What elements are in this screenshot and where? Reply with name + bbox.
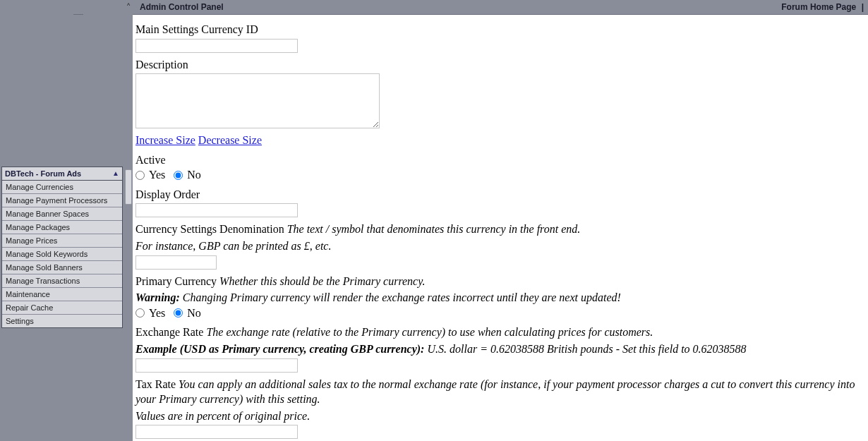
denomination-label: Currency Settings Denomination bbox=[135, 223, 284, 235]
form-body: Main Settings Currency ID Description In… bbox=[133, 15, 868, 441]
active-yes-option[interactable]: Yes bbox=[135, 169, 165, 181]
sidebar-block: DBTech - Forum Ads ▲ Manage Currencies M… bbox=[1, 167, 123, 328]
denomination-line: Currency Settings Denomination The text … bbox=[135, 222, 865, 237]
sidebar-decoration: — bbox=[73, 8, 83, 19]
exchange-rate-help: The exchange rate (relative to the Prima… bbox=[206, 326, 653, 338]
resize-links: Increase Size Decrease Size bbox=[135, 133, 865, 148]
sidebar-item-manage-payment-processors[interactable]: Manage Payment Processors bbox=[2, 194, 122, 207]
denomination-input[interactable] bbox=[135, 255, 217, 270]
header-divider: | bbox=[862, 2, 864, 12]
primary-warning-bold: Warning: bbox=[135, 291, 180, 303]
sidebar-item-manage-transactions[interactable]: Manage Transactions bbox=[2, 274, 122, 288]
active-radio-group: Yes No bbox=[135, 169, 865, 183]
field-currency-id: Main Settings Currency ID bbox=[135, 22, 865, 53]
sidebar-item-repair-cache[interactable]: Repair Cache bbox=[2, 301, 122, 315]
exchange-line: Exchange Rate The exchange rate (relativ… bbox=[135, 325, 865, 340]
sidebar-item-manage-prices[interactable]: Manage Prices bbox=[2, 234, 122, 248]
primary-yes-radio[interactable] bbox=[135, 308, 145, 318]
forum-home-link[interactable]: Forum Home Page bbox=[781, 2, 856, 12]
collapse-icon[interactable]: ▲ bbox=[112, 170, 119, 177]
primary-warning-line: Warning: Changing Primary currency will … bbox=[135, 290, 865, 306]
field-denomination: Currency Settings Denomination The text … bbox=[135, 222, 865, 269]
main-header: Admin Control Panel Forum Home Page | bbox=[133, 0, 868, 15]
primary-no-radio[interactable] bbox=[174, 308, 183, 318]
primary-radio-group: Yes No bbox=[135, 307, 865, 321]
primary-yes-label: Yes bbox=[149, 307, 165, 320]
active-no-label: No bbox=[187, 169, 201, 181]
description-textarea[interactable] bbox=[135, 73, 380, 128]
field-tax-rate: Tax Rate You can apply an additional sal… bbox=[135, 377, 865, 440]
exchange-example-line: Example (USD as Primary currency, creati… bbox=[135, 342, 865, 357]
primary-no-label: No bbox=[187, 307, 201, 320]
field-exchange-rate: Exchange Rate The exchange rate (relativ… bbox=[135, 325, 865, 372]
primary-help: Whether this should be the Primary curre… bbox=[219, 275, 425, 287]
primary-no-option[interactable]: No bbox=[174, 307, 201, 320]
denomination-help: The text / symbol that denominates this … bbox=[287, 223, 581, 235]
display-order-label: Display Order bbox=[135, 187, 865, 203]
tax-rate-help2: Values are in percent of original price. bbox=[135, 409, 865, 424]
page-title: Admin Control Panel bbox=[140, 2, 224, 12]
decrease-size-link[interactable]: Decrease Size bbox=[198, 134, 262, 146]
primary-label: Primary Currency bbox=[135, 275, 217, 287]
collapse-arrow-icon[interactable]: ^ bbox=[127, 2, 130, 9]
tax-rate-help: You can apply an additional sales tax to… bbox=[135, 378, 855, 406]
sidebar-item-manage-packages[interactable]: Manage Packages bbox=[2, 221, 122, 234]
exchange-rate-label: Exchange Rate bbox=[135, 326, 203, 338]
sidebar-item-manage-sold-keywords[interactable]: Manage Sold Keywords bbox=[2, 248, 122, 261]
sidebar-item-settings[interactable]: Settings bbox=[2, 315, 122, 327]
tax-rate-label: Tax Rate bbox=[135, 378, 176, 390]
main-panel: Admin Control Panel Forum Home Page | Ma… bbox=[133, 0, 868, 441]
sidebar-item-maintenance[interactable]: Maintenance bbox=[2, 288, 122, 301]
tax-line: Tax Rate You can apply an additional sal… bbox=[135, 377, 865, 407]
sidebar-item-manage-currencies[interactable]: Manage Currencies bbox=[2, 181, 122, 194]
splitter: ^ bbox=[124, 0, 133, 441]
active-yes-radio[interactable] bbox=[135, 171, 145, 180]
denomination-help2: For instance, GBP can be printed as £, e… bbox=[135, 238, 865, 254]
sidebar-item-manage-sold-banners[interactable]: Manage Sold Banners bbox=[2, 261, 122, 274]
app-root: — DBTech - Forum Ads ▲ Manage Currencies… bbox=[0, 0, 868, 441]
sidebar-list: Manage Currencies Manage Payment Process… bbox=[2, 181, 122, 327]
field-primary-currency: Primary Currency Whether this should be … bbox=[135, 274, 865, 321]
header-right: Forum Home Page | bbox=[781, 2, 864, 12]
display-order-input[interactable] bbox=[135, 203, 298, 217]
splitter-handle[interactable] bbox=[125, 169, 132, 205]
active-no-radio[interactable] bbox=[174, 171, 183, 180]
primary-line: Primary Currency Whether this should be … bbox=[135, 274, 865, 289]
sidebar-item-manage-banner-spaces[interactable]: Manage Banner Spaces bbox=[2, 207, 122, 221]
currency-id-label: Main Settings Currency ID bbox=[135, 22, 865, 37]
sidebar-top-space: — bbox=[1, 1, 123, 167]
primary-yes-option[interactable]: Yes bbox=[135, 307, 165, 320]
field-active: Active Yes No bbox=[135, 152, 865, 183]
exchange-example-bold: Example (USD as Primary currency, creati… bbox=[135, 343, 424, 355]
active-yes-label: Yes bbox=[149, 169, 165, 181]
field-description: Description Increase Size Decrease Size bbox=[135, 57, 865, 148]
description-label: Description bbox=[135, 57, 865, 73]
field-display-order: Display Order bbox=[135, 187, 865, 218]
exchange-rate-input[interactable] bbox=[135, 358, 298, 373]
active-no-option[interactable]: No bbox=[174, 169, 201, 181]
tax-rate-input[interactable] bbox=[135, 425, 298, 439]
sidebar-block-header[interactable]: DBTech - Forum Ads ▲ bbox=[2, 167, 122, 181]
increase-size-link[interactable]: Increase Size bbox=[135, 134, 195, 146]
exchange-example-text: U.S. dollar = 0.62038588 British pounds … bbox=[427, 343, 746, 355]
primary-warning-text: Changing Primary currency will render th… bbox=[183, 291, 621, 303]
active-label: Active bbox=[135, 152, 865, 168]
currency-id-input[interactable] bbox=[135, 39, 298, 53]
sidebar: — DBTech - Forum Ads ▲ Manage Currencies… bbox=[0, 0, 124, 441]
sidebar-block-title: DBTech - Forum Ads bbox=[5, 169, 81, 178]
